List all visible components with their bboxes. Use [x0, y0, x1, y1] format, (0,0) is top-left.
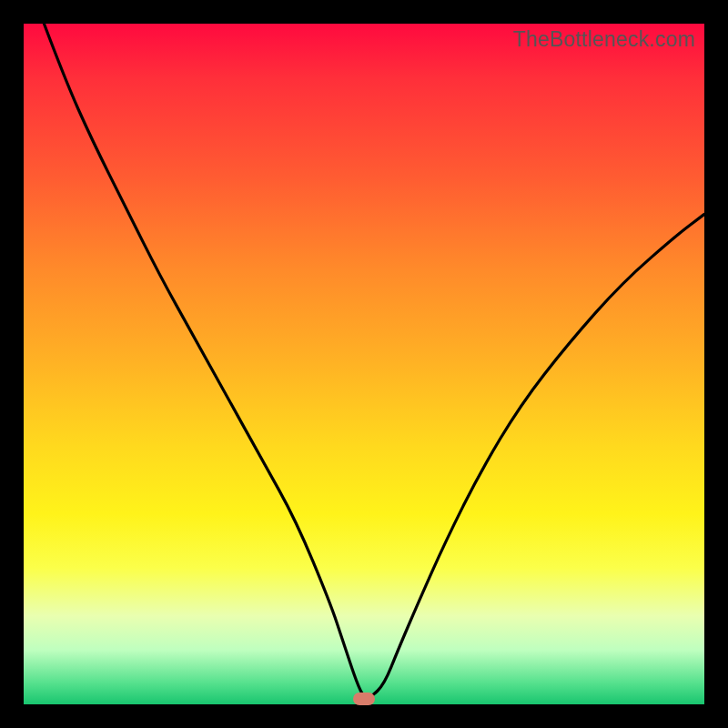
optimum-marker: [353, 693, 375, 705]
plot-area: TheBottleneck.com: [24, 24, 704, 704]
bottleneck-curve: [24, 24, 704, 704]
chart-frame: TheBottleneck.com: [0, 0, 728, 728]
